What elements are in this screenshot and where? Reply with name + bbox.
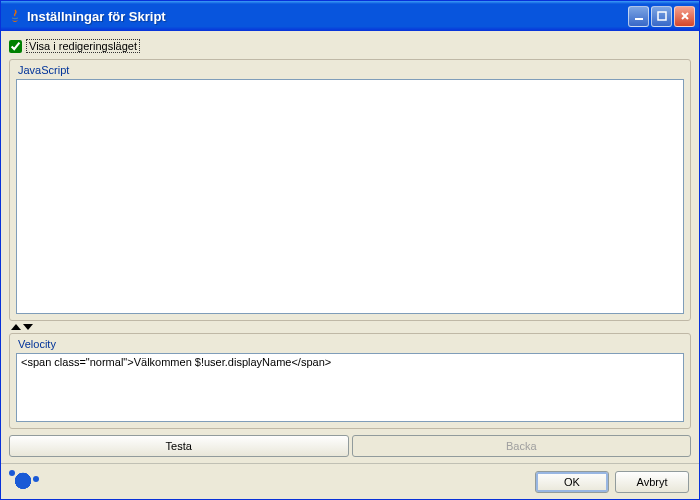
svg-rect-0 <box>635 18 643 20</box>
titlebar: Inställningar för Skript <box>1 1 699 31</box>
show-in-edit-mode-row: Visa i redigeringsläget <box>9 39 691 53</box>
java-icon <box>7 8 23 24</box>
show-in-edit-mode-checkbox[interactable] <box>9 40 22 53</box>
show-in-edit-mode-label: Visa i redigeringsläget <box>26 39 140 53</box>
velocity-textarea[interactable] <box>16 353 684 422</box>
javascript-textarea[interactable] <box>16 79 684 314</box>
app-logo-icon <box>11 470 35 494</box>
cancel-button[interactable]: Avbryt <box>615 471 689 493</box>
minimize-button[interactable] <box>628 6 649 27</box>
maximize-button[interactable] <box>651 6 672 27</box>
velocity-group-title: Velocity <box>18 338 684 350</box>
action-button-row: Testa Backa <box>9 435 691 457</box>
arrow-up-icon <box>11 324 21 330</box>
test-button[interactable]: Testa <box>9 435 349 457</box>
svg-rect-1 <box>658 12 666 20</box>
arrow-down-icon <box>23 324 33 330</box>
javascript-group: JavaScript <box>9 59 691 321</box>
content-area: Visa i redigeringsläget JavaScript Veloc… <box>1 31 699 463</box>
window: Inställningar för Skript Visa i redigeri… <box>0 0 700 500</box>
javascript-group-title: JavaScript <box>18 64 684 76</box>
velocity-group: Velocity <box>9 333 691 429</box>
footer: OK Avbryt <box>1 463 699 499</box>
back-button[interactable]: Backa <box>352 435 692 457</box>
splitter[interactable] <box>9 321 691 333</box>
window-title: Inställningar för Skript <box>27 9 628 24</box>
ok-button[interactable]: OK <box>535 471 609 493</box>
close-button[interactable] <box>674 6 695 27</box>
